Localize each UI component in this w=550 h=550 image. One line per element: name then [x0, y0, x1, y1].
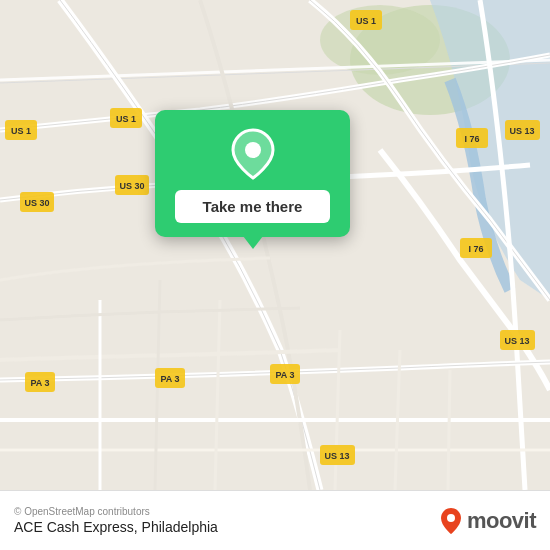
moovit-label: moovit — [467, 508, 536, 534]
svg-text:US 13: US 13 — [504, 336, 529, 346]
svg-text:PA 3: PA 3 — [275, 370, 294, 380]
svg-text:US 30: US 30 — [119, 181, 144, 191]
popup-card: Take me there — [155, 110, 350, 237]
svg-line-13 — [448, 370, 450, 490]
svg-text:US 13: US 13 — [509, 126, 534, 136]
moovit-logo: moovit — [440, 507, 536, 535]
svg-text:US 30: US 30 — [24, 198, 49, 208]
svg-text:I 76: I 76 — [468, 244, 483, 254]
svg-text:PA 3: PA 3 — [160, 374, 179, 384]
svg-point-40 — [245, 142, 261, 158]
moovit-pin-icon — [440, 507, 462, 535]
take-me-there-button[interactable]: Take me there — [175, 190, 330, 223]
map-container: US 1 US 30 US 30 I 76 I 76 US 13 US 13 U… — [0, 0, 550, 490]
svg-point-41 — [447, 514, 455, 522]
svg-text:US 1: US 1 — [356, 16, 376, 26]
map-attribution: © OpenStreetMap contributors — [14, 506, 218, 517]
svg-text:I 76: I 76 — [464, 134, 479, 144]
svg-text:PA 3: PA 3 — [30, 378, 49, 388]
svg-text:US 1: US 1 — [11, 126, 31, 136]
bottom-info: © OpenStreetMap contributors ACE Cash Ex… — [14, 506, 218, 535]
bottom-bar: © OpenStreetMap contributors ACE Cash Ex… — [0, 490, 550, 550]
svg-text:US 13: US 13 — [324, 451, 349, 461]
location-pin-icon — [227, 128, 279, 180]
location-name: ACE Cash Express, Philadelphia — [14, 519, 218, 535]
svg-text:US 1: US 1 — [116, 114, 136, 124]
